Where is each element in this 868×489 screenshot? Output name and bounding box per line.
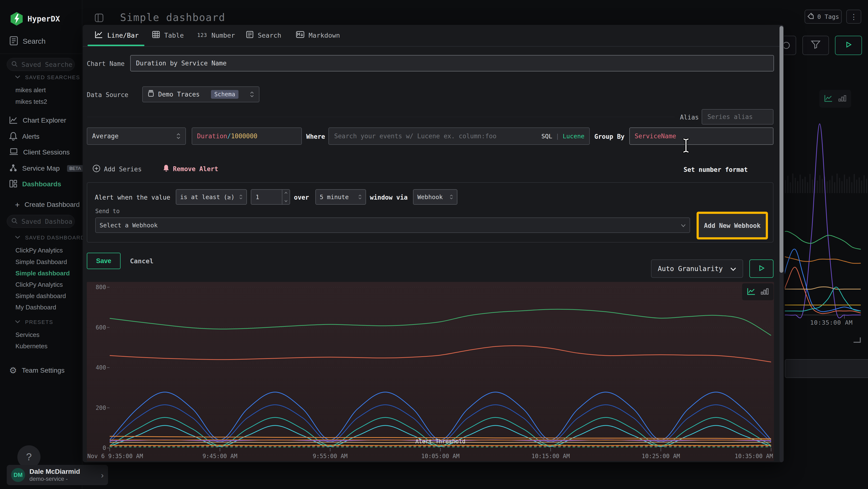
saved-searches-header[interactable]: SAVED SEARCHES xyxy=(15,74,80,81)
svg-text:10:15:00 AM: 10:15:00 AM xyxy=(531,453,570,460)
beta-badge: BETA xyxy=(67,165,84,172)
cancel-button[interactable]: Cancel xyxy=(130,253,154,269)
saved-searches-searchbox[interactable] xyxy=(7,58,75,71)
preset-item[interactable]: Kubernetes xyxy=(16,343,48,350)
alert-condition-select[interactable]: is at least (≥) xyxy=(176,189,247,205)
number-stepper[interactable] xyxy=(282,190,289,204)
remove-alert-button[interactable]: Remove Alert xyxy=(163,164,218,174)
tags-button[interactable]: 0 Tags xyxy=(805,10,842,24)
sidebar-item-service-map[interactable]: Service Map BETA xyxy=(9,164,84,173)
tab-markdown[interactable]: Markdown xyxy=(296,25,340,46)
where-label: Where xyxy=(306,133,325,140)
sidebar-collapse-icon[interactable] xyxy=(94,13,104,23)
chevron-updown-icon xyxy=(239,194,243,200)
saved-search-item[interactable]: mikes tets2 xyxy=(16,98,47,106)
saved-dashboard-item[interactable]: ClickPy Analytics xyxy=(16,281,63,288)
tab-line-bar[interactable]: Line/Bar xyxy=(95,25,138,46)
granularity-select[interactable]: Auto Granularity xyxy=(651,259,743,278)
tab-number[interactable]: 123 Number xyxy=(197,25,235,46)
modal-scrollbar-thumb[interactable] xyxy=(779,26,783,273)
brand[interactable]: HyperDX xyxy=(10,12,60,26)
chart-name-field[interactable] xyxy=(130,55,774,71)
chevron-updown-icon xyxy=(176,133,181,139)
bar-chart-icon xyxy=(761,288,769,296)
sidebar-item-dashboards[interactable]: Dashboards xyxy=(9,179,61,189)
bell-icon xyxy=(9,132,18,141)
saved-dashboard-item-active[interactable]: Simple dashboard xyxy=(16,269,70,277)
user-name: Dale McDiarmid xyxy=(29,468,97,476)
saved-dashboards-input[interactable] xyxy=(21,218,72,225)
filter-button[interactable] xyxy=(802,36,829,55)
sidebar-item-search[interactable]: Search xyxy=(10,36,45,46)
saved-dashboard-item[interactable]: Simple Dashboard xyxy=(16,258,67,266)
magnifier-icon xyxy=(11,218,18,225)
chart-preview-panel: 0200400600800Nov 6 9:35:00 AM9:45:00 AM9… xyxy=(87,282,774,461)
chevron-updown-icon xyxy=(358,194,362,200)
alert-channel-select[interactable]: Webhook xyxy=(413,189,457,205)
chevron-updown-icon xyxy=(250,91,254,97)
schema-badge[interactable]: Schema xyxy=(211,90,239,99)
aggregation-select[interactable]: Average xyxy=(87,127,186,145)
language-toggle[interactable]: SQL | Lucene xyxy=(541,133,585,140)
send-to-label: Send to xyxy=(95,208,120,214)
create-dashboard-button[interactable]: + Create Dashboard xyxy=(15,201,80,208)
database-icon xyxy=(148,90,154,99)
sidebar-item-team-settings[interactable]: ⚙ Team Settings xyxy=(9,366,65,375)
save-button[interactable]: Save xyxy=(87,253,121,269)
saved-dashboard-item[interactable]: Simple dashboard xyxy=(16,292,66,300)
chart-name-input[interactable] xyxy=(135,59,769,67)
add-series-button[interactable]: Add Series xyxy=(92,164,142,174)
bg-partial-input[interactable] xyxy=(785,359,868,378)
window-via-label: window via xyxy=(370,194,408,201)
hyperdx-logo-icon xyxy=(10,12,23,26)
saved-dashboard-item[interactable]: ClickPy Analytics xyxy=(16,247,63,254)
alert-threshold-input[interactable] xyxy=(255,193,275,201)
chart-name-label: Chart Name xyxy=(87,60,125,67)
bg-chart-type-toggle[interactable] xyxy=(819,90,851,108)
data-source-select[interactable]: Demo Traces Schema xyxy=(142,86,259,102)
webhook-select[interactable]: Select a Webhook xyxy=(95,218,690,233)
sql-toggle[interactable]: SQL xyxy=(541,133,552,140)
svg-text:Alert Threshold: Alert Threshold xyxy=(415,438,466,444)
svg-text:600: 600 xyxy=(96,324,106,331)
expression-field[interactable]: Duration/1000000 xyxy=(192,127,302,145)
presets-header[interactable]: PRESETS xyxy=(15,319,53,325)
events-search-field[interactable]: SQL | Lucene xyxy=(329,127,590,145)
lucene-toggle[interactable]: Lucene xyxy=(563,133,585,140)
alert-window-select[interactable]: 5 minute xyxy=(315,189,366,205)
saved-search-item[interactable]: mikes alert xyxy=(16,86,46,94)
chart-type-toggle[interactable] xyxy=(742,283,774,300)
sidebar-item-client-sessions[interactable]: Client Sessions xyxy=(9,148,70,157)
saved-dashboards-header[interactable]: SAVED DASHBOARDS xyxy=(15,235,89,241)
sidebar-item-alerts[interactable]: Alerts xyxy=(9,132,39,141)
funnel-icon xyxy=(811,40,820,51)
alert-threshold-field[interactable] xyxy=(251,189,290,205)
saved-dashboard-item[interactable]: My Dashboard xyxy=(16,304,56,311)
preset-item[interactable]: Services xyxy=(16,331,39,339)
run-chart-button[interactable] xyxy=(749,259,774,278)
bg-run-button[interactable] xyxy=(835,36,862,55)
sidebar-item-chart-explorer[interactable]: Chart Explorer xyxy=(9,116,66,125)
saved-searches-input[interactable] xyxy=(21,61,72,68)
events-search-input[interactable] xyxy=(334,132,541,140)
group-by-field[interactable]: ServiceName xyxy=(629,127,774,145)
text-cursor-pointer xyxy=(682,138,689,153)
saved-dashboards-searchbox[interactable] xyxy=(7,215,75,228)
set-number-format-button[interactable]: Set number format xyxy=(684,166,748,173)
sidebar: HyperDX Search SAVED SEARCHES mikes aler… xyxy=(0,0,82,489)
laptop-icon xyxy=(9,148,18,157)
resize-handle-icon[interactable] xyxy=(854,338,861,343)
tab-table[interactable]: Table xyxy=(152,25,184,46)
more-menu-button[interactable]: ⋮ xyxy=(846,10,861,24)
expression-constant: 1000000 xyxy=(231,133,257,140)
duration-line-chart: 0200400600800Nov 6 9:35:00 AM9:45:00 AM9… xyxy=(87,282,774,461)
alias-label: Alias xyxy=(680,114,699,121)
gear-icon: ⚙ xyxy=(9,366,17,375)
dashboards-icon xyxy=(9,179,18,189)
alias-field[interactable] xyxy=(702,109,774,124)
tab-search[interactable]: Search xyxy=(246,25,281,46)
svg-text:10:25:00 AM: 10:25:00 AM xyxy=(642,453,680,460)
user-card[interactable]: DM Dale McDiarmid demo-service - › xyxy=(7,465,108,485)
add-new-webhook-button-highlighted[interactable]: Add New Webhook xyxy=(696,212,768,239)
alias-input[interactable] xyxy=(707,113,768,121)
